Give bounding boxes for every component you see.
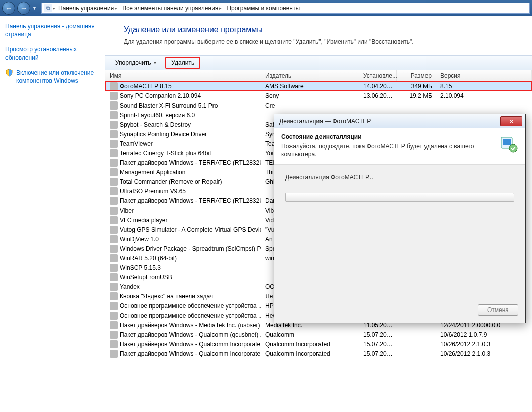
program-name: Total Commander (Remove or Repair) (120, 178, 222, 185)
cancel-button[interactable]: Отмена (478, 304, 518, 316)
dialog-title-text: Деинсталляция — ФотоМАСТЕР (279, 118, 371, 125)
program-name: Пакет драйверов Windows - TERRATEC (RTL2… (120, 159, 261, 166)
table-row[interactable]: Sony PC Companion 2.10.094Sony13.06.2017… (105, 91, 532, 100)
program-name: Yandex (120, 283, 140, 290)
app-icon (110, 168, 118, 176)
program-name: Основное программное обеспечение устройс… (120, 302, 261, 310)
app-icon (110, 121, 118, 129)
program-name: WinRAR 5.20 (64-bit) (120, 255, 177, 262)
app-icon (110, 340, 118, 348)
app-icon (110, 245, 118, 253)
table-row[interactable]: ФотоМАСТЕР 8.15AMS Software14.04.2020349… (105, 81, 532, 91)
control-panel-icon: ⧉ (44, 4, 52, 12)
app-icon (110, 235, 118, 243)
svg-rect-1 (503, 139, 511, 145)
app-icon (110, 149, 118, 157)
size-cell: 349 МБ (397, 83, 436, 90)
app-icon (110, 264, 118, 272)
chevron-down-icon: ▼ (153, 61, 157, 65)
program-name: Sprint-Layout60, версия 6.0 (120, 112, 195, 119)
svg-point-2 (509, 144, 517, 152)
col-name[interactable]: Имя (105, 70, 261, 81)
date-cell: 15.07.2017 (359, 341, 397, 348)
close-button[interactable]: ✕ (500, 116, 522, 126)
program-name: WinSetupFromUSB (120, 274, 172, 281)
delete-button[interactable]: Удалить (165, 57, 200, 69)
date-cell: 15.07.2017 (359, 350, 397, 357)
program-name: Windows Driver Package - Spreadtrum (Sci… (120, 245, 261, 252)
breadcrumb-segment[interactable]: Панель управления ▸ (56, 3, 119, 13)
app-icon (110, 302, 118, 310)
program-name: Пакет драйверов Windows - Qualcomm Incor… (120, 350, 261, 357)
col-size[interactable]: Размер (397, 70, 436, 81)
publisher-cell: AMS Software (261, 83, 359, 90)
dialog-sub: Пожалуйста, подождите, пока ФотоМАСТЕР б… (281, 142, 492, 158)
program-name: Vutog GPS Simulator - A Complete Virtual… (120, 226, 261, 233)
program-name: VLC media player (120, 217, 167, 224)
program-name: WinSCP 5.15.3 (120, 264, 161, 271)
table-row[interactable]: Пакет драйверов Windows - Qualcomm Incor… (105, 349, 532, 358)
uninstall-dialog: Деинсталляция — ФотоМАСТЕР ✕ Состояние д… (274, 114, 526, 323)
app-icon (110, 111, 118, 119)
publisher-cell: Qualcomm Incorporated (261, 350, 359, 357)
app-icon (110, 92, 118, 100)
program-name: UltraISO Premium V9.65 (120, 188, 186, 195)
publisher-cell: Qualcomm (261, 331, 359, 338)
table-row[interactable]: Пакет драйверов Windows - Qualcomm (qcus… (105, 330, 532, 339)
chevron-right-icon: ▸ (53, 6, 55, 11)
arrow-left-icon: ← (5, 4, 12, 12)
date-cell: 13.06.2017 (359, 92, 397, 99)
col-publisher[interactable]: Издатель (261, 70, 359, 81)
publisher-cell: Qualcomm Incorporated (261, 341, 359, 348)
program-name: Management Application (120, 169, 185, 176)
program-name: Terratec Cinergy T-Stick plus 64bit (120, 150, 211, 157)
app-icon (110, 331, 118, 339)
program-name: Sound Blaster X-Fi Surround 5.1 Pro (120, 102, 218, 109)
forward-button[interactable]: → (17, 2, 30, 15)
app-icon (110, 101, 118, 110)
chevron-right-icon: ▸ (219, 6, 222, 11)
breadcrumb-segment[interactable]: Программы и компоненты (225, 3, 302, 13)
program-name: Viber (120, 207, 134, 214)
app-icon (110, 321, 118, 329)
date-cell: 14.04.2020 (359, 83, 397, 90)
sidebar-link-updates[interactable]: Просмотр установленных обновлений (5, 45, 100, 61)
program-name: WinDjView 1.0 (120, 236, 159, 243)
program-name: Synaptics Pointing Device Driver (120, 131, 207, 138)
uninstall-icon (498, 133, 518, 153)
program-name: Пакет драйверов Windows - Qualcomm (qcus… (120, 331, 261, 338)
version-cell: 8.15 (436, 83, 532, 90)
table-row[interactable]: Sound Blaster X-Fi Surround 5.1 ProCre (105, 100, 532, 110)
col-date[interactable]: Установле... (359, 70, 397, 81)
toolbar: Упорядочить ▼ Удалить (105, 55, 532, 70)
explorer-top-bar: ← → ▼ ⧉ ▸ Панель управления ▸ Все элемен… (0, 0, 532, 16)
app-icon (110, 312, 118, 320)
program-name: Кнопка "Яндекс" на панели задач (120, 293, 213, 300)
sidebar: Панель управления - домашняя страница Пр… (0, 16, 105, 412)
app-icon (110, 283, 118, 291)
program-name: Пакет драйверов Windows - MediaTek Inc. … (120, 322, 261, 329)
organize-button[interactable]: Упорядочить ▼ (110, 57, 162, 68)
table-row[interactable]: Пакет драйверов Windows - Qualcomm Incor… (105, 339, 532, 349)
dialog-status: Деинсталляция ФотоМАСТЕР... (285, 174, 514, 181)
app-icon (110, 140, 118, 148)
sidebar-link-home[interactable]: Панель управления - домашняя страница (5, 22, 100, 38)
breadcrumb-segment[interactable]: Все элементы панели управления ▸ (120, 3, 224, 13)
dialog-titlebar[interactable]: Деинсталляция — ФотоМАСТЕР ✕ (274, 114, 525, 128)
back-button[interactable]: ← (2, 2, 15, 15)
col-version[interactable]: Версия (436, 70, 532, 81)
progress-bar (285, 193, 514, 202)
program-name: TeamViewer (120, 140, 153, 147)
nav-history-dropdown[interactable]: ▼ (32, 6, 39, 11)
address-bar[interactable]: ⧉ ▸ Панель управления ▸ Все элементы пан… (41, 3, 530, 14)
app-icon (110, 273, 118, 281)
version-cell: 2.10.094 (436, 92, 532, 99)
program-name: Основное программное обеспечение устройс… (120, 312, 261, 319)
app-icon (110, 350, 118, 358)
app-icon (110, 130, 118, 138)
shield-icon (5, 69, 13, 77)
app-icon (110, 159, 118, 167)
app-icon (110, 292, 118, 300)
publisher-cell: Cre (261, 102, 359, 109)
sidebar-link-windows-features[interactable]: Включение или отключение компонентов Win… (5, 69, 100, 85)
